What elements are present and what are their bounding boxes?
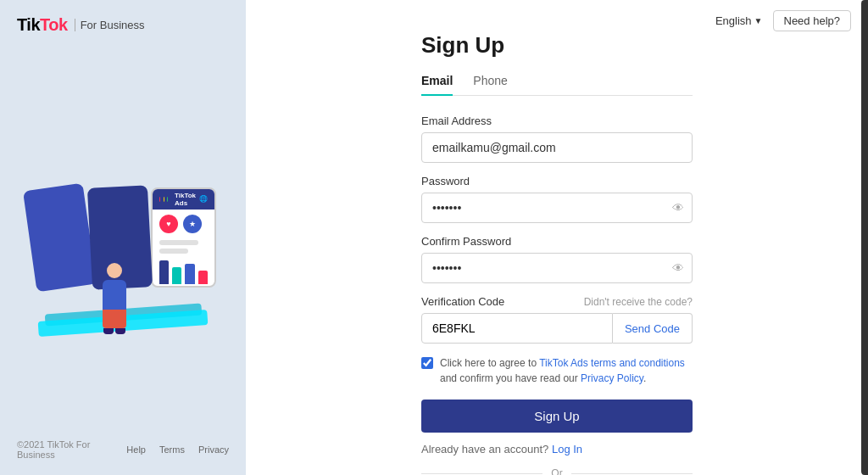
privacy-link[interactable]: Privacy Policy xyxy=(581,372,643,384)
illus-main-card: TikTok Ads 🌐 ♥ ★ xyxy=(151,187,216,288)
confirm-password-input[interactable] xyxy=(421,253,693,283)
illus-title: TikTok Ads xyxy=(175,192,196,207)
already-account-text: Already have an account? xyxy=(421,443,548,455)
logo: TikTok For Business xyxy=(17,15,145,35)
divider: Or xyxy=(421,467,693,475)
illus-globe-icon: 🌐 xyxy=(199,195,208,203)
email-field-group: Email Address xyxy=(421,115,693,163)
bar-b xyxy=(172,267,181,284)
illus-icons-row: ♥ ★ xyxy=(159,215,208,233)
confirm-password-label: Confirm Password xyxy=(421,235,693,248)
illustration: TikTok Ads 🌐 ♥ ★ xyxy=(30,127,216,348)
login-link-row: Already have an account? Log In xyxy=(421,443,693,455)
password-input[interactable] xyxy=(421,193,693,223)
figure-shoes xyxy=(89,328,140,334)
form-title: Sign Up xyxy=(421,32,693,59)
illus-body: ♥ ★ xyxy=(153,210,214,288)
figure-shoe-right xyxy=(115,328,125,334)
logo-forbusiness: For Business xyxy=(75,19,145,31)
dot-yellow xyxy=(164,197,164,202)
dot-red xyxy=(159,197,160,202)
form-container: Sign Up Email Phone Email Address Passwo… xyxy=(421,0,693,475)
email-label: Email Address xyxy=(421,115,693,127)
send-code-button[interactable]: Send Code xyxy=(613,313,693,344)
left-panel: TikTok For Business TikTok Ads 🌐 ♥ ★ xyxy=(0,0,246,475)
footer-privacy[interactable]: Privacy xyxy=(198,444,229,455)
terms-link[interactable]: TikTok Ads terms and conditions xyxy=(539,357,685,369)
email-input[interactable] xyxy=(421,132,693,163)
verification-label: Verification Code xyxy=(421,295,504,308)
illus-figure xyxy=(89,263,140,339)
verification-input[interactable] xyxy=(421,313,613,344)
verification-field-group: Verification Code Didn't receive the cod… xyxy=(421,295,693,344)
figure-body xyxy=(103,280,126,310)
figure-pants xyxy=(103,310,126,328)
illus-bar-2 xyxy=(159,249,188,254)
verification-input-wrap: Send Code xyxy=(421,313,693,344)
bar-c xyxy=(185,264,194,284)
confirm-password-eye-icon[interactable]: 👁 xyxy=(672,261,684,275)
resend-link[interactable]: Didn't receive the code? xyxy=(584,296,693,308)
scrollbar[interactable] xyxy=(861,0,868,475)
footer: ©2021 TikTok For Business Help Terms Pri… xyxy=(17,439,229,463)
footer-help[interactable]: Help xyxy=(126,444,146,455)
divider-text: Or xyxy=(551,467,562,475)
need-help-button[interactable]: Need help? xyxy=(773,10,852,31)
password-input-wrap: 👁 xyxy=(421,193,693,223)
right-panel: English ▼ Need help? Sign Up Email Phone… xyxy=(246,0,868,475)
divider-line-right xyxy=(571,473,693,474)
checkbox-text: Click here to agree to TikTok Ads terms … xyxy=(440,355,693,386)
illus-header: TikTok Ads 🌐 xyxy=(153,189,214,210)
password-eye-icon[interactable]: 👁 xyxy=(672,201,684,215)
bar-d xyxy=(198,271,208,284)
figure-head xyxy=(107,263,122,278)
email-input-wrap xyxy=(421,132,693,163)
divider-line-left xyxy=(421,473,542,474)
tabs: Email Phone xyxy=(421,74,693,96)
illus-bar-1 xyxy=(159,240,198,245)
footer-terms[interactable]: Terms xyxy=(159,444,185,455)
language-label: English xyxy=(715,14,752,27)
checkbox-row: Click here to agree to TikTok Ads terms … xyxy=(421,355,693,386)
copyright: ©2021 TikTok For Business xyxy=(17,439,120,460)
language-selector[interactable]: English ▼ xyxy=(715,14,763,27)
logo-tiktok: TikTok xyxy=(17,15,68,35)
figure-shoe-left xyxy=(103,328,114,334)
login-link[interactable]: Log In xyxy=(552,443,582,455)
bar-a xyxy=(159,260,169,284)
signup-button[interactable]: Sign Up xyxy=(421,400,693,433)
illus-back-card xyxy=(23,182,97,292)
illus-star-icon: ★ xyxy=(183,215,202,233)
dot-green xyxy=(167,197,168,202)
verification-label-row: Verification Code Didn't receive the cod… xyxy=(421,295,693,308)
chevron-down-icon: ▼ xyxy=(754,16,763,25)
confirm-password-input-wrap: 👁 xyxy=(421,253,693,283)
illus-heart-icon: ♥ xyxy=(159,215,178,233)
password-field-group: Password 👁 xyxy=(421,175,693,223)
top-bar: English ▼ Need help? xyxy=(698,0,868,42)
terms-checkbox[interactable] xyxy=(421,357,433,369)
footer-links: Help Terms Privacy xyxy=(126,444,229,455)
tab-email[interactable]: Email xyxy=(421,74,453,96)
password-label: Password xyxy=(421,175,693,187)
tab-phone[interactable]: Phone xyxy=(473,74,507,96)
illus-spacer xyxy=(207,215,208,233)
illus-mini-bars xyxy=(159,260,208,284)
confirm-password-field-group: Confirm Password 👁 xyxy=(421,235,693,283)
